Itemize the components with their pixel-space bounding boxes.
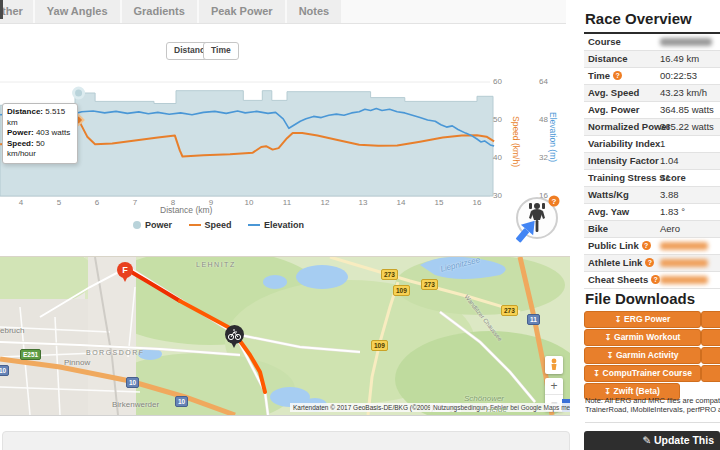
x-axis-tick: 15	[429, 198, 449, 207]
cut-off-left-element	[0, 0, 3, 19]
race-row-distance: Distance16.49 km	[584, 51, 720, 68]
road-badge-10: 10	[175, 396, 188, 407]
download-button-garmin-workout[interactable]: ↧ Garmin Workout	[584, 329, 701, 346]
speed-axis-tick: 60	[480, 77, 502, 86]
street-view-pegman-button[interactable]	[545, 356, 563, 374]
road-badge-109: 109	[393, 285, 410, 296]
x-axis-tick: 4	[11, 198, 31, 207]
race-overview-title: Race Overview	[585, 10, 692, 27]
row-label: Cheat Sheets?	[588, 272, 660, 288]
legend-item-elevation[interactable]: Elevation	[248, 220, 304, 230]
race-row-cheat-sheets: Cheat Sheets?	[584, 272, 720, 289]
route-map[interactable]: F + − Kartendaten © 2017 GeoBasis-DE/BKG…	[0, 256, 570, 416]
help-icon[interactable]: ?	[642, 241, 651, 250]
x-axis-tick: 13	[353, 198, 373, 207]
download-button-col2[interactable]	[701, 311, 720, 328]
download-button-col2[interactable]	[701, 365, 720, 382]
map-label-ebruch: ebruch	[0, 326, 24, 335]
row-value[interactable]	[660, 238, 708, 254]
x-axis-tick: 7	[125, 198, 145, 207]
row-label: Athlete Link?	[588, 255, 654, 271]
road-badge-109: 109	[371, 340, 388, 351]
legend-item-speed[interactable]: Speed	[189, 220, 232, 230]
legend-item-power[interactable]: Power	[133, 220, 172, 230]
road-badge-10: 10	[0, 365, 9, 376]
speed-axis-tick: 40	[480, 153, 502, 162]
tab-ther[interactable]: ther	[0, 0, 35, 23]
tab-peak-power[interactable]: Peak Power	[199, 0, 287, 23]
row-value: 1.04	[660, 153, 679, 169]
row-value: 365.22 watts	[660, 119, 714, 135]
tab-gradients[interactable]: Gradients	[122, 0, 199, 23]
road-badge-273: 273	[381, 269, 398, 280]
map-label-birkenwerder: Birkenwerder	[112, 400, 159, 409]
race-row-course: Course	[584, 34, 720, 51]
race-row-avg-power: Avg. Power364.85 watts	[584, 102, 720, 119]
redacted-value[interactable]	[660, 276, 708, 284]
help-icon[interactable]: ?	[645, 258, 654, 267]
map-terrain	[0, 257, 570, 415]
elevation-swatch-icon	[248, 224, 260, 226]
x-axis-tick: 5	[49, 198, 69, 207]
help-icon[interactable]: ?	[613, 71, 622, 80]
finish-marker[interactable]: F	[117, 262, 133, 278]
download-button-erg-power[interactable]: ↧ ERG Power	[584, 311, 701, 328]
power-speed-elevation-chart[interactable]	[0, 70, 570, 210]
row-label: Course	[588, 34, 621, 50]
row-label: Avg. Yaw	[588, 204, 629, 220]
download-button-col2[interactable]	[701, 347, 720, 364]
toggle-time-button[interactable]: Time	[203, 42, 239, 60]
row-value: 1.83 °	[660, 204, 685, 220]
map-label-sch-nower: Schönower	[464, 394, 504, 403]
update-this-button[interactable]: ✎ Update This	[584, 431, 720, 450]
race-row-training-stress-score: Training Stress Score41	[584, 170, 720, 187]
edit-icon: ✎	[642, 434, 651, 446]
row-value: 3.88	[660, 187, 679, 203]
power-swatch-icon	[133, 221, 141, 229]
row-label: Training Stress Score	[588, 170, 686, 186]
download-button-garmin-activity[interactable]: ↧ Garmin Activity	[584, 347, 701, 364]
speed-axis-tick: 50	[480, 115, 502, 124]
help-question-mark: ?	[552, 197, 557, 206]
help-icon[interactable]: ?	[651, 275, 660, 284]
row-value: 43.23 km/h	[660, 85, 707, 101]
redacted-value[interactable]	[660, 242, 708, 250]
row-label: Watts/Kg	[588, 187, 629, 203]
elevation-axis-label: Elevation (m)	[548, 112, 558, 162]
x-axis-tick: 9	[201, 198, 221, 207]
row-label: Avg. Power	[588, 102, 639, 118]
road-badge-11: 11	[527, 314, 540, 325]
tab-notes[interactable]: Notes	[287, 0, 344, 23]
race-row-intensity-factor: Intensity Factor1.04	[584, 153, 720, 170]
redacted-value[interactable]	[660, 259, 708, 267]
download-button-col2[interactable]	[701, 329, 720, 346]
map-attribution: Kartendaten © 2017 GeoBasis-DE/BKG (©200…	[0, 403, 570, 415]
row-label: Distance	[588, 51, 628, 67]
race-row-time: Time?00:22:53	[584, 68, 720, 85]
row-value[interactable]	[660, 255, 708, 271]
cyclist-position-marker[interactable]	[225, 325, 244, 344]
row-value[interactable]	[660, 272, 708, 288]
map-label-borgsdorf: BORGSDORF	[86, 349, 145, 356]
race-row-avg-yaw: Avg. Yaw1.83 °	[584, 204, 720, 221]
downloads-note: Note: All ERG and MRC files are compatib…	[585, 397, 720, 414]
x-axis-tick: 10	[239, 198, 259, 207]
row-label: Time?	[588, 68, 622, 84]
race-row-variability-index: Variability Index1	[584, 136, 720, 153]
row-label: Avg. Speed	[588, 85, 639, 101]
tab-bar: therYaw AnglesGradientsPeak PowerNotes	[0, 0, 566, 24]
redacted-value	[660, 38, 712, 46]
elevation-axis-tick: 32	[526, 153, 548, 162]
pegman-icon	[545, 356, 563, 374]
speed-axis-tick: 30	[480, 191, 502, 200]
rider-yaw-widget[interactable]: ?	[505, 190, 575, 252]
x-axis-tick: 11	[277, 198, 297, 207]
race-row-public-link: Public Link?	[584, 238, 720, 255]
road-badge-10: 10	[126, 377, 139, 388]
tab-yaw-angles[interactable]: Yaw Angles	[35, 0, 122, 23]
race-overview-table: CourseDistance16.49 kmTime?00:22:53Avg. …	[584, 32, 720, 289]
row-label: Public Link?	[588, 238, 651, 254]
map-label-heide: Heide	[486, 405, 507, 414]
zoom-in-button[interactable]: +	[545, 378, 563, 395]
download-button-computrainer-course[interactable]: ↧ CompuTrainer Course	[584, 365, 701, 382]
